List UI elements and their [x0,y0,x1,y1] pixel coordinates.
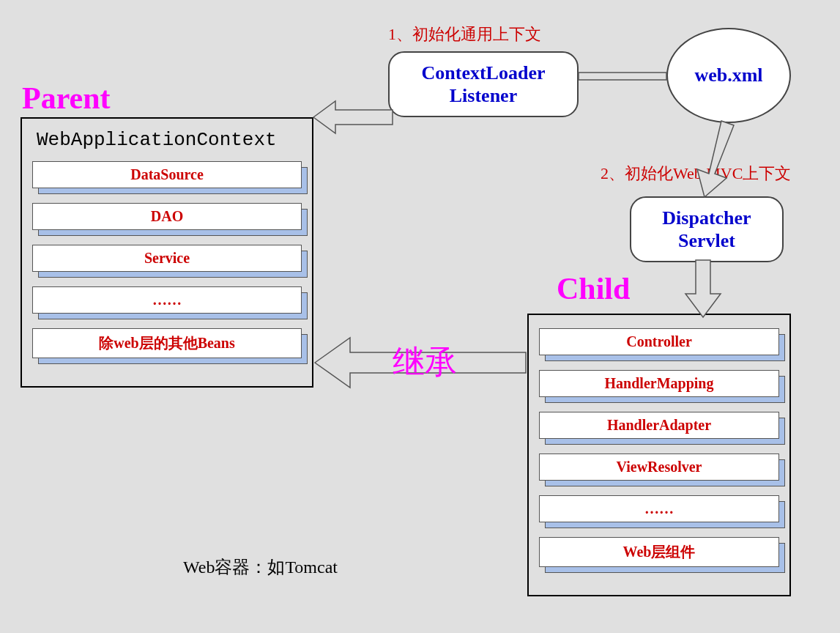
child-title: Child [557,271,630,306]
node-line: web.xml [694,64,762,86]
connector-line [579,70,666,84]
step-1-label: 1、初始化通用上下文 [388,23,541,45]
parent-item-label: Service [32,245,302,272]
child-item: HandlerAdapter [539,412,779,439]
parent-item: 除web层的其他Beans [32,328,302,358]
footer-note: Web容器：如Tomcat [183,555,338,579]
webxml-node: web.xml [666,28,791,123]
child-item-label: Controller [539,328,779,355]
parent-context-box: WebApplicationContext DataSource DAO Ser… [21,117,313,388]
context-loader-listener-node: ContextLoader Listener [388,51,579,117]
child-item-label: ViewResolver [539,454,779,481]
diagram-canvas: { "titles": { "parent": "Parent", "child… [0,0,840,633]
parent-item: Service [32,245,302,272]
child-item: ViewResolver [539,454,779,481]
arrow-dispatcher-to-child [681,260,725,319]
svg-rect-0 [579,73,666,80]
dispatcher-servlet-node: Dispatcher Servlet [630,196,784,262]
arrow-webxml-to-dispatcher [688,121,747,201]
parent-item-label: …… [32,286,302,314]
child-item-label: HandlerAdapter [539,412,779,439]
parent-item-label: DAO [32,203,302,230]
child-item: Web层组件 [539,537,779,567]
svg-marker-3 [685,260,721,317]
parent-context-header: WebApplicationContext [37,129,302,151]
node-line: Listener [403,84,564,107]
node-line: Dispatcher [644,207,769,229]
child-item-label: HandlerMapping [539,370,779,397]
child-item-label: Web层组件 [539,537,779,567]
child-item: Controller [539,328,779,355]
child-item: …… [539,495,779,522]
child-item-label: …… [539,495,779,522]
node-line: Servlet [644,229,769,252]
svg-marker-2 [697,121,734,197]
parent-title: Parent [22,81,111,116]
parent-item: …… [32,286,302,314]
parent-item-label: DataSource [32,161,302,188]
child-item: HandlerMapping [539,370,779,397]
arrow-contextloader-to-parent [313,95,394,139]
parent-item: DAO [32,203,302,230]
inherit-label: 继承 [393,341,457,384]
node-line: ContextLoader [403,62,564,84]
svg-marker-1 [313,101,393,133]
parent-item-label: 除web层的其他Beans [32,328,302,358]
child-context-box: Controller HandlerMapping HandlerAdapter… [527,314,791,596]
parent-item: DataSource [32,161,302,188]
